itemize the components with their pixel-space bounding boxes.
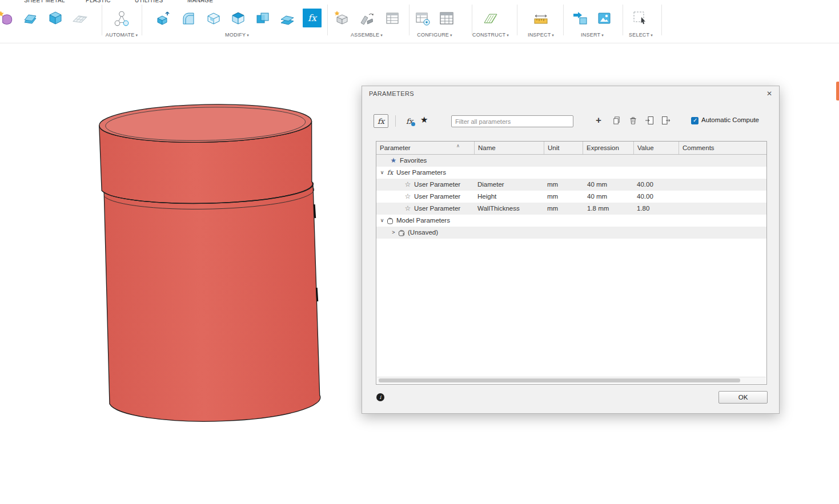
group-label-assemble[interactable]: ASSEMBLE <box>351 32 379 38</box>
row-label: User Parameter <box>414 203 460 215</box>
chevron-down-icon: ▾ <box>651 33 653 37</box>
derived-parameter-fx-icon[interactable]: fx <box>402 114 417 128</box>
cell: mm <box>544 191 583 203</box>
user-parameters-fx-button[interactable]: fx <box>374 114 388 128</box>
group-label-modify[interactable]: MODIFY <box>225 32 246 38</box>
header-expression[interactable]: Expression <box>583 142 634 154</box>
tab-manage[interactable]: MANAGE <box>187 0 213 3</box>
chevron-down-icon[interactable]: ∨ <box>379 167 386 179</box>
cell: 40 mm <box>583 179 634 191</box>
parameter-row-height[interactable]: ☆User ParameterHeightmm40 mm40.00 <box>376 191 766 203</box>
favorite-toggle-icon[interactable]: ☆ <box>403 191 412 203</box>
toolbar-separator <box>472 5 472 35</box>
toolbar-separator <box>409 5 410 35</box>
table-body: ★Favorites∨fxUser Parameters☆User Parame… <box>376 155 766 377</box>
favorite-toggle-icon[interactable]: ☆ <box>403 179 412 191</box>
construct-plane-icon[interactable] <box>481 9 500 28</box>
favorites-star-icon: ★ <box>389 155 398 167</box>
change-parameters-icon[interactable]: fx <box>303 9 322 27</box>
cell <box>475 215 544 227</box>
surface-icon[interactable] <box>21 9 40 28</box>
cell <box>634 215 679 227</box>
header-unit[interactable]: Unit <box>544 142 583 154</box>
parameter-row-unsaved[interactable]: >(Unsaved) <box>376 227 766 239</box>
import-parameters-icon[interactable] <box>644 115 655 126</box>
sort-indicator-icon: ∧ <box>456 142 460 152</box>
group-label-automate[interactable]: AUTOMATE <box>106 32 135 38</box>
select-icon[interactable] <box>631 9 650 28</box>
cell <box>583 215 634 227</box>
cell <box>679 227 766 239</box>
ok-button[interactable]: OK <box>718 391 768 404</box>
group-label-construct[interactable]: CONSTRUCT <box>472 32 505 38</box>
chevron-down-icon: ▾ <box>552 33 554 37</box>
cell: 1.8 mm <box>583 203 634 215</box>
info-icon[interactable]: i <box>376 393 384 401</box>
parameters-table: Parameter∧ Name Unit Expression Value Co… <box>376 141 767 385</box>
mesh-icon[interactable] <box>70 9 90 28</box>
bom-icon[interactable] <box>383 9 402 28</box>
parameter-row-user-parameters[interactable]: ∨fxUser Parameters <box>376 167 766 179</box>
group-label-configure[interactable]: CONFIGURE <box>417 32 449 38</box>
chevron-down-icon[interactable]: ∨ <box>379 215 386 227</box>
draft-icon[interactable] <box>228 9 248 28</box>
toolbar-ribbon: SHEET METAL PLASTIC UTILITIES MANAGE fx <box>0 0 839 43</box>
shell-icon[interactable] <box>204 9 223 28</box>
insert-derive-icon[interactable] <box>571 9 590 28</box>
favorite-toggle-icon[interactable]: ☆ <box>403 203 412 215</box>
parameter-row-diameter[interactable]: ☆User ParameterDiametermm40 mm40.00 <box>376 179 766 191</box>
header-value[interactable]: Value <box>634 142 679 154</box>
dialog-title-bar[interactable]: PARAMETERS ✕ <box>362 86 779 102</box>
scrollbar-thumb[interactable] <box>379 378 740 382</box>
favorites-filter-star-icon[interactable]: ★ <box>420 115 428 125</box>
chevron-down-icon: ▾ <box>136 33 138 37</box>
automatic-compute-checkbox[interactable] <box>691 117 699 124</box>
automate-icon[interactable] <box>112 9 131 28</box>
group-label-inspect[interactable]: INSPECT <box>528 32 551 38</box>
tab-sheet-metal[interactable]: SHEET METAL <box>24 0 65 3</box>
fillet-icon[interactable] <box>179 9 198 28</box>
header-comments[interactable]: Comments <box>679 142 766 154</box>
group-label-select[interactable]: SELECT <box>629 32 649 38</box>
chevron-right-icon[interactable]: > <box>390 227 397 239</box>
header-name[interactable]: Name <box>475 142 544 154</box>
cell: 40.00 <box>634 179 679 191</box>
cell: 40.00 <box>634 191 679 203</box>
parameter-row-model-parameters[interactable]: ∨Model Parameters <box>376 215 766 227</box>
parameter-row-wallthickness[interactable]: ☆User ParameterWallThicknessmm1.8 mm1.80 <box>376 203 766 215</box>
cell: Height <box>475 191 544 203</box>
horizontal-scrollbar[interactable] <box>377 377 766 384</box>
dialog-footer: i OK <box>362 385 779 413</box>
filter-input[interactable] <box>451 115 573 127</box>
configuration-table-icon[interactable] <box>437 9 456 28</box>
component-icon <box>397 229 406 236</box>
delete-parameter-icon[interactable] <box>628 115 638 126</box>
header-parameter[interactable]: Parameter∧ <box>376 142 475 154</box>
export-parameters-icon[interactable] <box>661 115 671 126</box>
cell <box>544 155 583 167</box>
joint-icon[interactable] <box>357 9 376 28</box>
close-icon[interactable]: ✕ <box>764 88 774 99</box>
model-cylinder[interactable] <box>89 97 328 428</box>
tab-utilities[interactable]: UTILITIES <box>135 0 163 3</box>
split-body-icon[interactable] <box>278 9 297 28</box>
cell <box>679 155 766 167</box>
canvas-icon[interactable] <box>595 9 614 28</box>
configure-icon[interactable] <box>413 9 432 28</box>
tab-plastic[interactable]: PLASTIC <box>86 0 111 3</box>
group-label-insert[interactable]: INSERT <box>581 32 600 38</box>
create-form-icon[interactable] <box>0 9 15 28</box>
combine-icon[interactable] <box>253 9 272 28</box>
parameter-row-favorites[interactable]: ★Favorites <box>376 155 766 167</box>
cell <box>634 155 679 167</box>
row-label: Model Parameters <box>396 215 450 227</box>
solid-box-icon[interactable] <box>46 9 65 28</box>
new-component-icon[interactable] <box>332 9 351 28</box>
cell <box>475 155 544 167</box>
add-parameter-icon[interactable]: + <box>593 115 604 126</box>
copy-parameter-icon[interactable] <box>611 115 621 126</box>
measure-icon[interactable] <box>531 9 551 28</box>
press-pull-icon[interactable] <box>154 9 174 28</box>
toolbar-separator <box>563 5 564 35</box>
cell <box>634 167 679 179</box>
